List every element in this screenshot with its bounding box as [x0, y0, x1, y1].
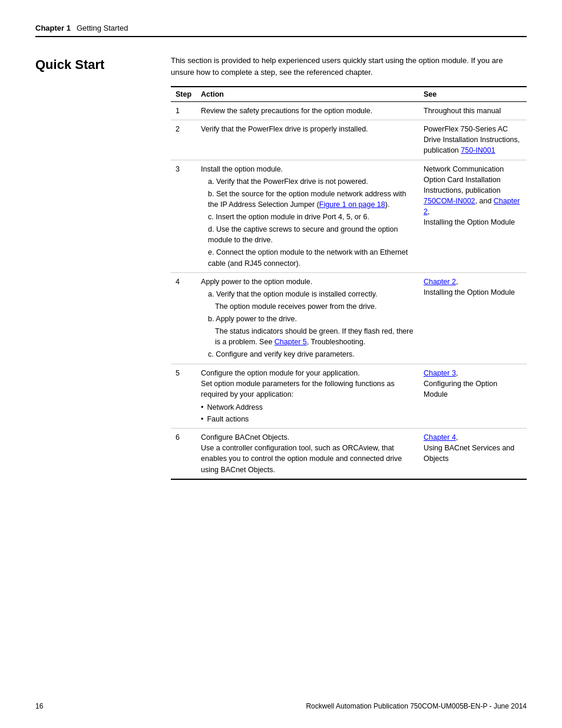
bullet-text: Fault actions [207, 414, 249, 424]
sub-item: c. Insert the option module in drive Por… [208, 212, 414, 222]
link-figure1[interactable]: Figure 1 on page 18 [319, 200, 385, 209]
action-cell: Install the option module. a. Verify tha… [196, 160, 419, 272]
section-title: Quick Start [35, 57, 153, 480]
bullet-dot: • [201, 414, 203, 424]
sub-item: a. Verify that the option module is inst… [208, 289, 414, 299]
table-row: 3 Install the option module. a. Verify t… [171, 160, 527, 272]
step-number: 6 [171, 429, 196, 479]
table-row: 6 Configure BACnet Objects. Use a contro… [171, 429, 527, 479]
action-cell: Apply power to the option module. a. Ver… [196, 272, 419, 364]
bullet-text: Network Address [207, 402, 262, 413]
see-cell: Chapter 4,Using BACnet Services and Obje… [419, 429, 527, 479]
link-750com-in002[interactable]: 750COM-IN002 [424, 197, 475, 205]
see-cell: Chapter 2,Installing the Option Module [419, 272, 527, 364]
table-row: 2 Verify that the PowerFlex drive is pro… [171, 120, 527, 160]
section-body: This section is provided to help experie… [171, 55, 527, 480]
link-750-IN001[interactable]: 750-IN001 [461, 146, 495, 154]
col-action: Action [196, 87, 419, 102]
see-cell: Throughout this manual [419, 102, 527, 120]
table-row: 4 Apply power to the option module. a. V… [171, 272, 527, 364]
sub-item: e. Connect the option module to the netw… [208, 247, 414, 268]
sub-item: The option module receives power from th… [215, 301, 414, 312]
action-cell: Review the safety precautions for the op… [196, 102, 419, 120]
see-cell: Network Communication Option Card Instal… [419, 160, 527, 272]
page-number: 16 [35, 702, 43, 710]
step-number: 3 [171, 160, 196, 272]
table-row: 5 Configure the option module for your a… [171, 364, 527, 429]
step-number: 1 [171, 102, 196, 120]
header-chapter: Chapter 1 [35, 24, 71, 32]
sub-item: b. Set the source for the option module … [208, 189, 414, 210]
bullet-item: • Network Address [201, 402, 414, 413]
table-row: 1 Review the safety precautions for the … [171, 102, 527, 120]
content-area: Quick Start This section is provided to … [35, 55, 527, 480]
col-see: See [419, 87, 527, 102]
sub-item: d. Use the captive screws to secure and … [208, 224, 414, 245]
sub-item: The status indicators should be green. I… [215, 326, 414, 347]
footer: 16 Rockwell Automation Publication 750CO… [0, 702, 562, 710]
link-chapter2-row4[interactable]: Chapter 2 [424, 278, 456, 286]
bullet-dot: • [201, 402, 203, 413]
step-number: 4 [171, 272, 196, 364]
publication-info: Rockwell Automation Publication 750COM-U… [306, 702, 527, 710]
step-number: 5 [171, 364, 196, 429]
action-para: Use a controller configuration tool, suc… [201, 444, 402, 473]
see-cell: Chapter 3,Configuring the Option Module [419, 364, 527, 429]
link-chapter4[interactable]: Chapter 4 [424, 433, 456, 442]
sub-item: c. Configure and verify key drive parame… [208, 349, 414, 360]
sub-item: a. Verify that the PowerFlex drive is no… [208, 176, 414, 187]
see-cell: PowerFlex 750-Series AC Drive Installati… [419, 120, 527, 160]
action-cell: Configure the option module for your app… [196, 364, 419, 429]
header-bar: Chapter 1 Getting Started [35, 24, 527, 37]
header-subtitle: Getting Started [77, 24, 128, 32]
action-cell: Configure BACnet Objects. Use a controll… [196, 429, 419, 479]
quick-start-table: Step Action See 1 Review the safety prec… [171, 86, 527, 480]
action-para: Set option module parameters for the fol… [201, 380, 395, 398]
step-number: 2 [171, 120, 196, 160]
col-step: Step [171, 87, 196, 102]
link-chapter5[interactable]: Chapter 5 [275, 338, 307, 346]
intro-text: This section is provided to help experie… [171, 55, 527, 78]
page: Chapter 1 Getting Started Quick Start Th… [0, 0, 562, 728]
bullet-item: • Fault actions [201, 414, 414, 424]
sub-item: b. Apply power to the drive. [208, 314, 414, 324]
link-chapter3[interactable]: Chapter 3 [424, 369, 456, 377]
action-cell: Verify that the PowerFlex drive is prope… [196, 120, 419, 160]
